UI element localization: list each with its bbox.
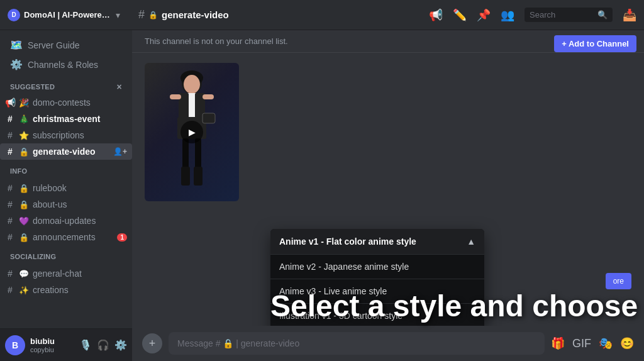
hash-icon-creations: # xyxy=(5,285,15,295)
subscriptions-label: subscriptions xyxy=(33,130,84,140)
svg-point-2 xyxy=(184,75,200,94)
mic-icon[interactable]: 🎙️ xyxy=(79,339,92,351)
dropdown-selected-value: Anime v1 - Flat color anime style xyxy=(279,236,416,247)
message-input-bar: + Message # 🔒 | generate-video 🎁 GIF 🎭 😊 xyxy=(132,326,644,361)
sidebar-item-creations[interactable]: # ✨ creations xyxy=(0,282,132,298)
inbox-icon[interactable]: 📥 xyxy=(623,8,636,22)
sticker-icon[interactable]: 🎭 xyxy=(599,336,613,350)
search-icon: 🔍 xyxy=(597,10,608,19)
sidebar-item-rulebook[interactable]: # 🔒 rulebook xyxy=(0,180,132,196)
settings-icon[interactable]: ⚙️ xyxy=(114,339,127,351)
dropdown-item-2[interactable]: Illustration v1 - 3D cartoon style xyxy=(270,303,484,326)
add-member-icon: 👤+ xyxy=(113,147,127,156)
sidebar-item-subscriptions[interactable]: # ⭐ subscriptions xyxy=(0,127,132,143)
headphone-icon[interactable]: 🎧 xyxy=(97,339,109,351)
domo-contests-label: domo-contests xyxy=(33,97,91,108)
lock-emoji-genvid: 🔒 xyxy=(19,147,29,157)
heart-emoji: 💜 xyxy=(19,216,29,226)
messages-area: ▶ Anime v1 - Flat color anime style ▲ An… xyxy=(132,53,644,326)
pin-icon[interactable]: 📌 xyxy=(477,8,491,22)
username: biubiu xyxy=(30,336,74,346)
user-status: copybiu xyxy=(30,346,74,353)
topbar-actions: 📢 ✏️ 📌 👥 Search 🔍 📥 xyxy=(429,8,636,22)
channel-name-header: generate-video xyxy=(162,9,229,20)
hash-icon-general: # xyxy=(5,269,15,279)
message-placeholder: Message # 🔒 | generate-video xyxy=(177,338,299,348)
server-dropdown-arrow[interactable]: ▾ xyxy=(116,10,120,20)
server-guide-item[interactable]: 🗺️ Server Guide xyxy=(5,35,127,55)
about-us-label: about-us xyxy=(33,199,67,209)
socializing-section-header: SOCIALIZING xyxy=(0,245,132,263)
server-name: DomoAI | AI-Powered A xyxy=(24,10,112,19)
christmas-event-label: christmas-event xyxy=(33,114,100,124)
chevron-up-icon: ▲ xyxy=(467,236,475,247)
christmas-emoji: 🎄 xyxy=(19,114,29,124)
main-layout: 🗺️ Server Guide ⚙️ Channels & Roles SUGG… xyxy=(0,30,644,361)
megaphone-icon: 📢 xyxy=(5,97,15,108)
search-label: Search xyxy=(530,10,555,19)
general-chat-label: general-chat xyxy=(33,269,82,279)
svg-rect-12 xyxy=(203,94,214,99)
emoji-icon[interactable]: 😊 xyxy=(620,336,634,350)
lock-icon: 🔒 xyxy=(148,11,158,19)
info-label-text: INFO xyxy=(10,167,27,175)
sparkle-emoji: ✨ xyxy=(19,286,29,295)
thread-icon[interactable]: 📢 xyxy=(429,8,443,22)
dropdown-item-0[interactable]: Anime v2 - Japanese anime style xyxy=(270,254,484,279)
server-guide-label: Server Guide xyxy=(28,40,79,50)
lock-emoji-about: 🔒 xyxy=(19,200,29,209)
hash-icon-genvid: # xyxy=(5,147,15,157)
channels-roles-item[interactable]: ⚙️ Channels & Roles xyxy=(5,55,127,74)
members-icon[interactable]: 👥 xyxy=(501,8,514,22)
announcements-label: announcements xyxy=(33,232,96,242)
svg-rect-13 xyxy=(203,113,215,123)
hash-icon-rulebook: # xyxy=(5,183,15,193)
sidebar-item-christmas-event[interactable]: # 🎄 christmas-event xyxy=(0,111,132,127)
userbar-icons: 🎙️ 🎧 ⚙️ xyxy=(79,339,127,351)
sidebar-item-about-us[interactable]: # 🔒 about-us xyxy=(0,196,132,213)
lock-emoji-general: 💬 xyxy=(19,269,29,279)
lock-emoji-rulebook: 🔒 xyxy=(19,184,29,193)
creations-label: creations xyxy=(33,285,69,295)
user-info: biubiu copybiu xyxy=(30,336,74,353)
dropdown-item-1[interactable]: Anime v3 - Live anime style xyxy=(270,279,484,303)
rulebook-label: rulebook xyxy=(33,183,67,193)
more-button[interactable]: ore xyxy=(606,273,631,289)
sidebar-item-domoai-updates[interactable]: # 💜 domoai-updates xyxy=(0,213,132,229)
contest-emoji: 🎉 xyxy=(19,98,29,108)
channel-header: # 🔒 generate-video xyxy=(138,8,424,21)
attachment-button[interactable]: + xyxy=(142,333,162,353)
gif-icon[interactable]: GIF xyxy=(572,337,591,350)
sidebar-item-generate-video[interactable]: # 🔒 generate-video 👤+ xyxy=(0,143,132,160)
generate-video-label: generate-video xyxy=(33,147,96,157)
announcements-badge: 1 xyxy=(117,233,127,242)
sidebar-item-announcements[interactable]: # 🔒 announcements 1 xyxy=(0,229,132,245)
hash-icon-about: # xyxy=(5,199,15,209)
socializing-label-text: SOCIALIZING xyxy=(10,253,56,260)
hash-icon: # xyxy=(138,8,145,21)
video-thumbnail: ▶ xyxy=(145,63,239,201)
sidebar-item-domo-contests[interactable]: 📢 🎉 domo-contests xyxy=(0,94,132,111)
message-input-field[interactable]: Message # 🔒 | generate-video xyxy=(169,332,545,355)
sidebar: 🗺️ Server Guide ⚙️ Channels & Roles SUGG… xyxy=(0,30,132,361)
more-button-area: ore xyxy=(606,273,631,289)
svg-rect-11 xyxy=(170,94,181,99)
server-links: 🗺️ Server Guide ⚙️ Channels & Roles xyxy=(0,30,132,74)
dropdown-header[interactable]: Anime v1 - Flat color anime style ▲ xyxy=(270,229,484,254)
server-icon: D xyxy=(8,9,20,21)
edit-icon[interactable]: ✏️ xyxy=(453,8,467,22)
play-button[interactable]: ▶ xyxy=(180,121,203,143)
message-action-icons: 🎁 GIF 🎭 😊 xyxy=(551,336,634,350)
hash-icon-subs: # xyxy=(5,130,15,140)
guide-icon: 🗺️ xyxy=(10,39,23,51)
add-to-channel-button[interactable]: + Add to Channel xyxy=(554,35,636,52)
search-bar[interactable]: Search 🔍 xyxy=(525,8,613,22)
close-suggested-button[interactable]: × xyxy=(117,82,122,92)
userbar: B biubiu copybiu 🎙️ 🎧 ⚙️ xyxy=(0,328,132,361)
sidebar-item-general-chat[interactable]: # 💬 general-chat xyxy=(0,265,132,282)
lock-emoji-announce: 🔒 xyxy=(19,233,29,242)
server-info: D DomoAI | AI-Powered A ▾ xyxy=(8,9,133,21)
gift-icon[interactable]: 🎁 xyxy=(551,336,565,350)
content-area: This channel is not on your channel list… xyxy=(132,30,644,361)
svg-rect-9 xyxy=(181,167,190,186)
